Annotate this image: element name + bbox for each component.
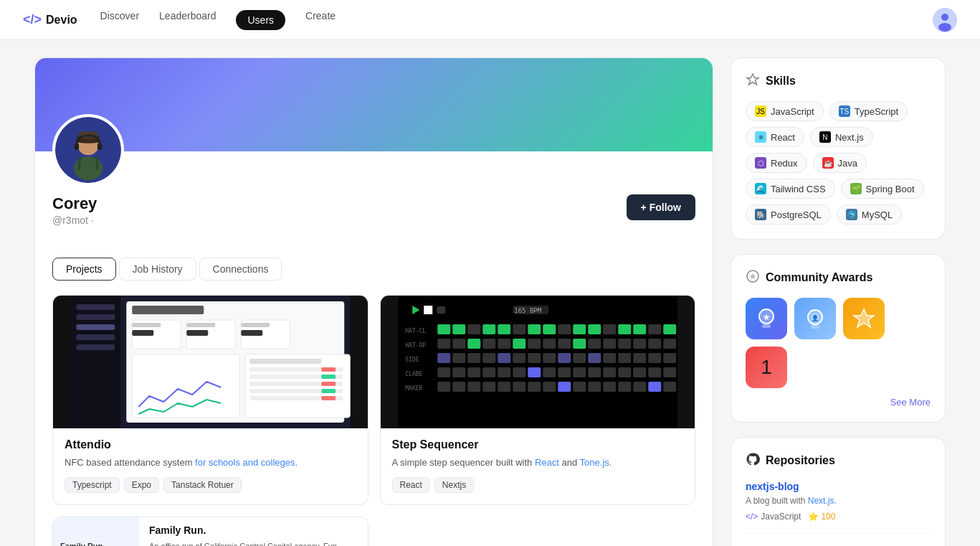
svg-rect-104 bbox=[498, 367, 510, 377]
lang-text: JavaScript bbox=[761, 512, 801, 522]
pg-icon: 🐘 bbox=[755, 209, 766, 220]
project-body-familyrun: Family Run. An office run of California … bbox=[139, 517, 368, 547]
dashboard-mockup bbox=[53, 296, 368, 428]
tabs: Projects Job History Connections bbox=[52, 258, 695, 281]
svg-rect-64 bbox=[663, 324, 676, 334]
tag-typescript: Typescript bbox=[65, 477, 120, 493]
svg-rect-74 bbox=[558, 339, 571, 349]
mysql-icon: 🐬 bbox=[846, 209, 857, 220]
svg-rect-70 bbox=[498, 339, 510, 349]
svg-rect-87 bbox=[498, 353, 510, 363]
nav-users[interactable]: Users bbox=[236, 10, 285, 30]
svg-rect-118 bbox=[452, 382, 465, 392]
nav-create[interactable]: Create bbox=[305, 10, 336, 30]
svg-rect-124 bbox=[543, 382, 556, 392]
svg-rect-86 bbox=[482, 353, 495, 363]
svg-point-4 bbox=[74, 156, 103, 180]
main-content: Corey @r3mot · + Follow Projects Job His… bbox=[34, 57, 713, 546]
skill-postgresql: 🐘 PostgreSQL bbox=[746, 204, 831, 225]
svg-rect-91 bbox=[558, 353, 571, 363]
skill-redux: ⬡ Redux bbox=[746, 153, 807, 173]
skill-java-label: Java bbox=[838, 158, 857, 169]
skill-ts-label: TypeScript bbox=[855, 106, 898, 117]
repo-desc-nextjs: A blog built with Next.js. bbox=[746, 495, 931, 507]
svg-rect-97 bbox=[648, 353, 661, 363]
skills-grid: JS JavaScript TS TypeScript ⚛ React N Ne… bbox=[746, 101, 931, 225]
svg-rect-105 bbox=[513, 367, 525, 377]
svg-rect-29 bbox=[132, 354, 239, 418]
project-title-sequencer: Step Sequencer bbox=[392, 438, 684, 451]
svg-rect-84 bbox=[452, 353, 465, 363]
svg-rect-41 bbox=[321, 396, 336, 400]
svg-rect-37 bbox=[321, 367, 336, 372]
project-card-familyrun[interactable]: Family Run. An office run of California … bbox=[52, 517, 368, 547]
tab-connections[interactable]: Connections bbox=[199, 258, 282, 281]
svg-rect-58 bbox=[573, 324, 586, 334]
project-tags-sequencer: React Nextjs bbox=[392, 477, 684, 493]
svg-rect-39 bbox=[321, 382, 336, 386]
java-icon: ☕ bbox=[822, 157, 834, 169]
profile-name: Corey bbox=[52, 194, 97, 213]
svg-rect-122 bbox=[513, 382, 525, 392]
svg-rect-78 bbox=[618, 339, 631, 349]
award-badge-1[interactable]: ★ bbox=[746, 298, 787, 339]
tab-projects[interactable]: Projects bbox=[52, 258, 116, 281]
user-avatar-nav[interactable] bbox=[933, 8, 957, 32]
project-card-attendio[interactable]: Attendio NFC based attendance system for… bbox=[52, 295, 368, 505]
awards-card: Community Awards ★ 👤 bbox=[731, 254, 946, 423]
svg-rect-55 bbox=[528, 324, 541, 334]
avatar-illustration bbox=[55, 114, 121, 186]
profile-avatar bbox=[52, 114, 124, 186]
svg-rect-89 bbox=[528, 353, 541, 363]
svg-rect-51 bbox=[467, 324, 480, 334]
see-more-awards[interactable]: See More bbox=[746, 397, 931, 408]
svg-rect-114 bbox=[648, 367, 661, 377]
svg-rect-77 bbox=[603, 339, 616, 349]
repo-stars-nextjs: ⭐ 100 bbox=[808, 512, 835, 522]
svg-rect-85 bbox=[467, 353, 480, 363]
svg-rect-80 bbox=[648, 339, 661, 349]
nav-leaderboard[interactable]: Leaderboard bbox=[159, 10, 216, 30]
award-badge-2[interactable]: 👤 bbox=[794, 298, 836, 339]
svg-rect-109 bbox=[573, 367, 586, 377]
svg-rect-40 bbox=[321, 389, 336, 393]
svg-rect-83 bbox=[437, 353, 450, 363]
svg-rect-94 bbox=[603, 353, 616, 363]
page-wrapper: Corey @r3mot · + Follow Projects Job His… bbox=[0, 40, 980, 546]
svg-rect-16 bbox=[76, 334, 115, 340]
repo-name-nextjs[interactable]: nextjs-blog bbox=[746, 481, 931, 492]
svg-rect-88 bbox=[513, 353, 525, 363]
award-badge-4[interactable]: 1 bbox=[746, 347, 787, 388]
nav-discover[interactable]: Discover bbox=[100, 10, 139, 30]
repo-nextjs-blog: nextjs-blog A blog built with Next.js. <… bbox=[746, 481, 931, 534]
skill-mysql: 🐬 MySQL bbox=[837, 204, 902, 225]
svg-rect-62 bbox=[633, 324, 646, 334]
svg-rect-24 bbox=[186, 323, 215, 327]
skill-redux-label: Redux bbox=[771, 158, 798, 169]
award-badge-3[interactable] bbox=[843, 298, 885, 339]
awards-title-text: Community Awards bbox=[766, 271, 872, 284]
redux-icon: ⬡ bbox=[755, 157, 766, 169]
svg-rect-44 bbox=[424, 306, 432, 314]
profile-name-block: Corey @r3mot · bbox=[52, 194, 97, 226]
svg-rect-10 bbox=[97, 143, 102, 150]
svg-rect-92 bbox=[573, 353, 586, 363]
svg-rect-90 bbox=[543, 353, 556, 363]
svg-rect-25 bbox=[186, 330, 208, 336]
svg-rect-115 bbox=[663, 367, 676, 377]
svg-rect-107 bbox=[543, 367, 556, 377]
svg-rect-27 bbox=[241, 323, 270, 327]
svg-rect-110 bbox=[588, 367, 601, 377]
logo[interactable]: </> Devio bbox=[23, 12, 77, 27]
repositories-title: Repositories bbox=[746, 452, 931, 469]
github-icon bbox=[746, 452, 760, 469]
svg-rect-113 bbox=[633, 367, 646, 377]
follow-button[interactable]: + Follow bbox=[627, 194, 695, 220]
skill-react-label: React bbox=[771, 132, 795, 143]
project-card-sequencer[interactable]: 165 BPM HAT-CL bbox=[380, 295, 696, 505]
tab-job-history[interactable]: Job History bbox=[119, 258, 196, 281]
svg-rect-102 bbox=[467, 367, 480, 377]
project-thumb-sequencer: 165 BPM HAT-CL bbox=[381, 296, 695, 428]
svg-rect-28 bbox=[241, 330, 262, 336]
awards-icon bbox=[746, 269, 760, 286]
